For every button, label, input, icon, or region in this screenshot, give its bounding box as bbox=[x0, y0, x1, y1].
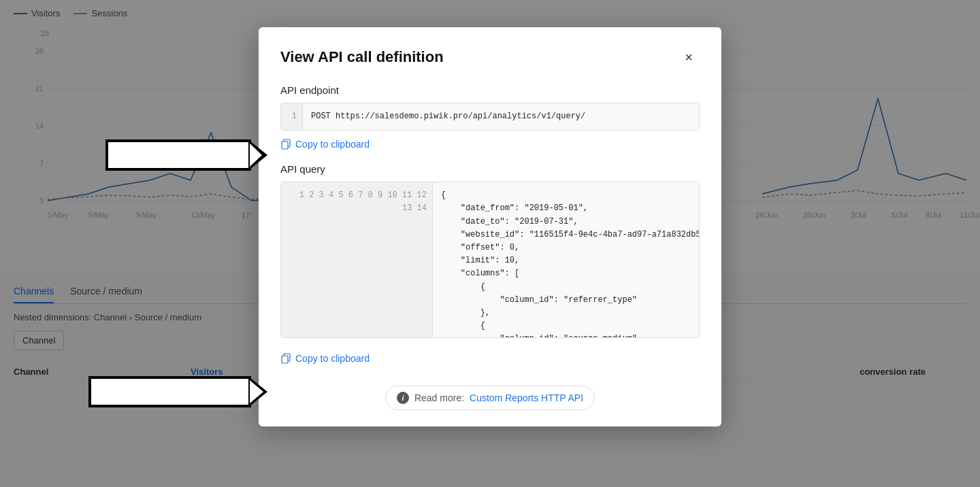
api-endpoint-label: API endpoint bbox=[280, 84, 700, 96]
api-endpoint-code: POST https://salesdemo.piwik.pro/api/ana… bbox=[303, 103, 593, 130]
modal-close-button[interactable]: × bbox=[678, 46, 700, 68]
clipboard-icon-1 bbox=[280, 139, 291, 150]
arrow-annotation-1 bbox=[105, 139, 269, 171]
svg-rect-25 bbox=[107, 141, 250, 169]
info-icon: i bbox=[397, 392, 409, 404]
api-endpoint-line-numbers: 1 bbox=[281, 103, 303, 130]
read-more-link[interactable]: Custom Reports HTTP API bbox=[470, 392, 583, 403]
modal-header: View API call definition × bbox=[280, 46, 700, 68]
svg-rect-24 bbox=[282, 356, 288, 363]
read-more-bar: i Read more: Custom Reports HTTP API bbox=[280, 386, 700, 410]
api-endpoint-inner: 1 POST https://salesdemo.piwik.pro/api/a… bbox=[281, 103, 699, 130]
svg-rect-28 bbox=[90, 377, 250, 406]
api-query-line-numbers: 1 2 3 4 5 6 7 8 9 10 11 12 13 14 bbox=[281, 182, 433, 338]
clipboard-icon-2 bbox=[280, 353, 291, 364]
read-more-prefix: Read more: bbox=[414, 392, 464, 403]
arrow-svg-2 bbox=[88, 376, 269, 407]
modal-dialog: View API call definition × API endpoint … bbox=[259, 27, 721, 426]
arrow-svg-1 bbox=[105, 139, 269, 171]
api-query-label: API query bbox=[280, 163, 700, 175]
arrow-annotation-2 bbox=[88, 376, 269, 407]
copy-query-button[interactable]: Copy to clipboard bbox=[280, 353, 370, 364]
svg-rect-22 bbox=[282, 141, 288, 149]
api-endpoint-box: 1 POST https://salesdemo.piwik.pro/api/a… bbox=[280, 103, 700, 131]
api-query-code: { "date_from": "2019-05-01", "date_to": … bbox=[433, 182, 699, 338]
read-more-pill: i Read more: Custom Reports HTTP API bbox=[385, 386, 595, 410]
copy-endpoint-button[interactable]: Copy to clipboard bbox=[280, 139, 370, 150]
api-query-inner: 1 2 3 4 5 6 7 8 9 10 11 12 13 14 { "date… bbox=[281, 182, 699, 338]
modal-title: View API call definition bbox=[280, 48, 444, 66]
api-query-box[interactable]: 1 2 3 4 5 6 7 8 9 10 11 12 13 14 { "date… bbox=[280, 182, 700, 338]
